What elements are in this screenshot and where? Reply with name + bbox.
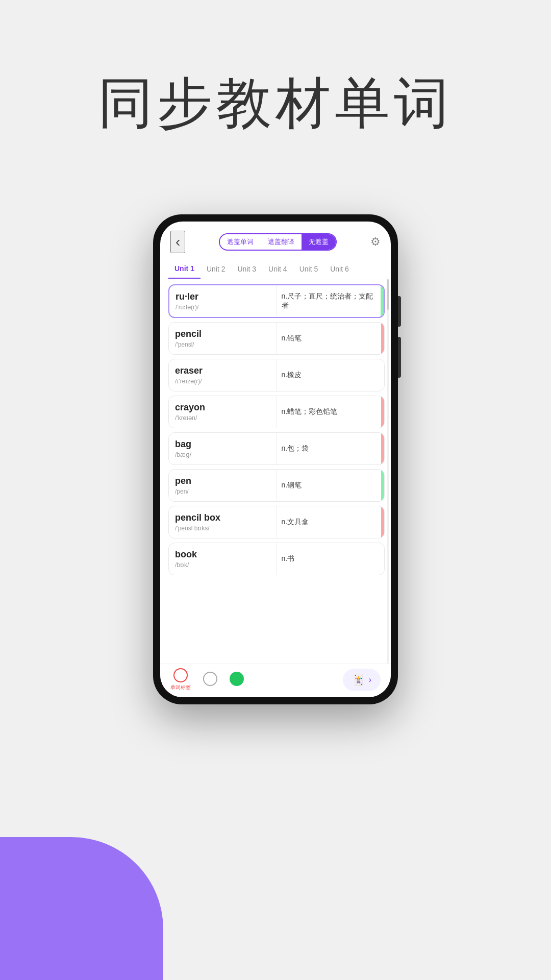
word-color-bar — [381, 433, 384, 464]
word-card[interactable]: ru·ler/'ruːlə(r)/n.尺子；直尺；统治者；支配者 — [168, 284, 385, 318]
unit-tab[interactable]: Unit 6 — [324, 260, 355, 278]
scrollbar-thumb[interactable] — [387, 279, 389, 310]
word-chinese: n.钢笔 — [277, 470, 382, 501]
word-card[interactable]: bag/bæɡ/n.包；袋 — [168, 432, 385, 465]
word-color-bar — [381, 359, 384, 391]
mode-tab[interactable]: 遮盖单词 — [220, 234, 261, 250]
mode-tabs: 遮盖单词遮盖翻译无遮盖 — [219, 233, 337, 251]
word-phonetic: /pen/ — [175, 488, 270, 495]
word-phonetic: /bæɡ/ — [175, 451, 270, 458]
word-color-bar — [381, 506, 384, 538]
word-color-bar — [381, 470, 384, 501]
word-left: ru·ler/'ruːlə(r)/ — [169, 285, 276, 317]
nav-items: 单词标签 — [170, 668, 244, 691]
nav-item-1[interactable]: 单词标签 — [170, 668, 191, 691]
flashcard-button[interactable]: 🃏 › — [343, 669, 381, 691]
word-english: eraser — [175, 365, 270, 376]
word-chinese: n.文具盒 — [277, 506, 382, 538]
word-phonetic: /'pensl/ — [175, 341, 270, 348]
word-chinese: n.尺子；直尺；统治者；支配者 — [277, 285, 381, 317]
word-phonetic: /ɪ'reɪzə(r)/ — [175, 378, 270, 385]
word-chinese: n.蜡笔；彩色铅笔 — [277, 396, 382, 428]
word-chinese: n.书 — [277, 543, 382, 575]
unit-tabs: Unit 1Unit 2Unit 3Unit 4Unit 5Unit 6 — [160, 259, 391, 279]
nav-circle-red — [173, 668, 188, 682]
word-color-bar — [381, 543, 384, 575]
word-english: pencil box — [175, 512, 270, 523]
word-phonetic: /'ruːlə(r)/ — [176, 304, 270, 311]
word-english: ru·ler — [176, 291, 270, 302]
word-left: book/bɒk/ — [169, 543, 276, 575]
word-color-bar — [381, 396, 384, 428]
word-left: eraser/ɪ'reɪzə(r)/ — [169, 359, 276, 391]
word-english: bag — [175, 439, 270, 450]
phone-mockup: ‹ 遮盖单词遮盖翻译无遮盖 ⚙ Unit 1Unit 2Unit 3Unit 4… — [153, 214, 398, 704]
back-button[interactable]: ‹ — [170, 231, 185, 253]
flashcard-icon: 🃏 — [352, 674, 365, 686]
word-left: bag/bæɡ/ — [169, 433, 276, 464]
word-chinese: n.橡皮 — [277, 359, 382, 391]
unit-tab[interactable]: Unit 2 — [201, 260, 232, 278]
app-header: ‹ 遮盖单词遮盖翻译无遮盖 ⚙ — [160, 222, 391, 259]
word-left: pencil/'pensl/ — [169, 323, 276, 354]
word-phonetic: /'kreɪən/ — [175, 414, 270, 422]
page-title: 同步教材单词 — [98, 66, 453, 141]
word-phonetic: /'pensl bɒks/ — [175, 525, 270, 532]
gear-icon[interactable]: ⚙ — [370, 235, 381, 249]
word-chinese: n.包；袋 — [277, 433, 382, 464]
word-card[interactable]: book/bɒk/n.书 — [168, 543, 385, 575]
word-card[interactable]: pencil/'pensl/n.铅笔 — [168, 322, 385, 355]
unit-tab[interactable]: Unit 4 — [262, 260, 293, 278]
word-english: pencil — [175, 329, 270, 339]
unit-tab[interactable]: Unit 1 — [168, 259, 201, 279]
word-card[interactable]: eraser/ɪ'reɪzə(r)/n.橡皮 — [168, 359, 385, 391]
unit-tab[interactable]: Unit 5 — [293, 260, 324, 278]
nav-label-1: 单词标签 — [170, 684, 191, 691]
word-card[interactable]: crayon/'kreɪən/n.蜡笔；彩色铅笔 — [168, 396, 385, 428]
phone-inner: ‹ 遮盖单词遮盖翻译无遮盖 ⚙ Unit 1Unit 2Unit 3Unit 4… — [160, 222, 391, 697]
word-english: book — [175, 549, 270, 560]
word-list: ru·ler/'ruːlə(r)/n.尺子；直尺；统治者；支配者pencil/'… — [160, 279, 391, 584]
flashcard-arrow-icon: › — [369, 675, 371, 684]
word-color-bar — [381, 323, 384, 354]
nav-circle-gray — [203, 672, 217, 686]
bottom-nav: 单词标签 🃏 › — [160, 664, 391, 697]
phone-outer: ‹ 遮盖单词遮盖翻译无遮盖 ⚙ Unit 1Unit 2Unit 3Unit 4… — [153, 214, 398, 704]
word-card[interactable]: pencil box/'pensl bɒks/n.文具盒 — [168, 506, 385, 538]
unit-tab[interactable]: Unit 3 — [231, 260, 262, 278]
mode-tab[interactable]: 遮盖翻译 — [261, 234, 302, 250]
word-english: pen — [175, 476, 270, 486]
word-color-bar — [381, 285, 384, 317]
nav-item-2[interactable] — [203, 672, 217, 688]
scrollbar-track — [387, 279, 389, 664]
word-left: crayon/'kreɪən/ — [169, 396, 276, 428]
word-english: crayon — [175, 402, 270, 413]
word-left: pencil box/'pensl bɒks/ — [169, 506, 276, 538]
nav-circle-green — [230, 672, 244, 686]
word-left: pen/pen/ — [169, 470, 276, 501]
word-phonetic: /bɒk/ — [175, 561, 270, 569]
content-area: ru·ler/'ruːlə(r)/n.尺子；直尺；统治者；支配者pencil/'… — [160, 279, 391, 664]
nav-item-3[interactable] — [230, 672, 244, 688]
decorative-blob — [0, 837, 163, 980]
word-card[interactable]: pen/pen/n.钢笔 — [168, 469, 385, 502]
mode-tab[interactable]: 无遮盖 — [302, 234, 336, 250]
word-chinese: n.铅笔 — [277, 323, 382, 354]
